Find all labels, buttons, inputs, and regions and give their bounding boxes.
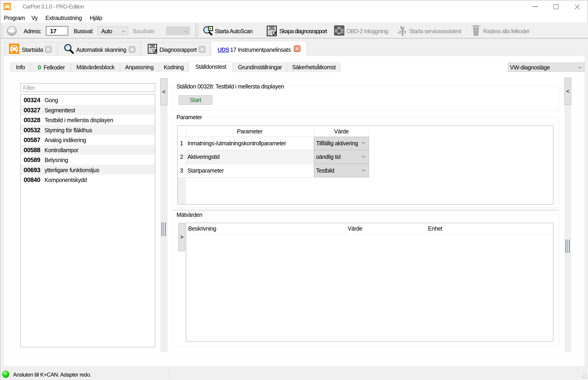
svg-text:OBD: OBD — [269, 26, 274, 29]
svg-text:OBD: OBD — [150, 44, 155, 47]
